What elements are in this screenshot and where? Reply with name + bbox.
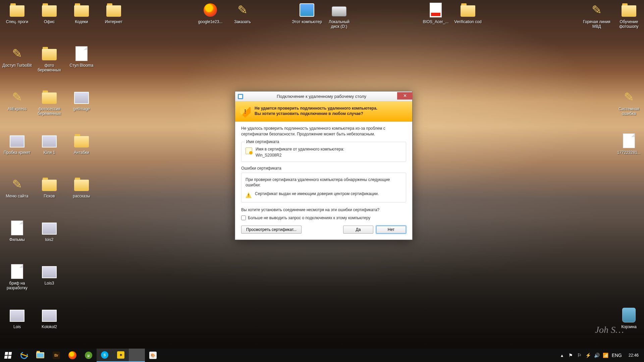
taskbar-bridge[interactable]: Br [48, 349, 64, 362]
tray-action-center-icon[interactable]: ⚐ [577, 353, 582, 358]
ie-icon [19, 351, 29, 360]
desktop-icon-label: фото беременных [34, 63, 65, 72]
desktop-icon[interactable]: Фильмы [1, 220, 33, 242]
desktop-icon-label: фотосессия беременных [34, 107, 65, 116]
yes-button[interactable]: Да [343, 226, 373, 234]
folder-icon [42, 93, 57, 104]
desktop-icon[interactable]: getImage [66, 89, 97, 111]
desktop-icon[interactable]: бриф на разработку [1, 263, 33, 290]
desktop-icon-label: Verification cod [452, 19, 484, 24]
taskbar-skype[interactable]: S [97, 349, 113, 362]
tray-security-icon[interactable]: ⚑ [568, 353, 574, 358]
certificate-name-group: Имя сертификата Имя в сертификате от уда… [241, 142, 406, 162]
desktop-icon-label: Системная ошибка [613, 107, 644, 116]
desktop-icon[interactable]: рассказы [66, 176, 97, 198]
taskbar-ie[interactable] [16, 349, 32, 362]
certificate-errors-header: Ошибки сертификата [241, 166, 406, 171]
dont-ask-again-checkbox[interactable]: Больше не выводить запрос о подключениях… [241, 216, 406, 220]
certificate-group-legend: Имя сертификата [245, 139, 281, 144]
dialog-title: Подключение к удаленному рабочему столу [246, 94, 397, 99]
desktop-icon[interactable]: Кодеки [66, 2, 97, 24]
desktop-icon-label: бриф на разработку [1, 281, 33, 290]
desktop-icon[interactable]: Стул Blooma [66, 46, 97, 68]
rdp-certificate-warning-dialog: Подключение к удаленному рабочему столу … [235, 91, 413, 240]
desktop-icon-label: Обучение фотошопу [613, 19, 644, 29]
desktop-icon[interactable]: Локальный диск (D:) [323, 2, 355, 29]
view-certificate-button[interactable]: Просмотреть сертификат... [241, 226, 302, 234]
desktop-icon[interactable]: фотосессия беременных [34, 89, 65, 116]
img-icon [74, 92, 89, 104]
tray-network-icon[interactable]: 📶 [603, 353, 608, 358]
tray-power-icon[interactable]: ⚡ [586, 353, 591, 358]
desktop-icon[interactable]: Verification cod [452, 2, 484, 24]
desktop-icon-label: lois2 [34, 237, 65, 242]
desktop-icon-label: Интернет [98, 19, 129, 24]
desktop-icon[interactable]: Lois [1, 307, 33, 329]
desktop-icon[interactable]: Пробка крикет [1, 133, 33, 155]
desktop-icon[interactable]: Обучение фотошопу [613, 2, 644, 29]
dialog-intro-text: Не удалось проверить подлинность удаленн… [241, 126, 406, 137]
desktop-icon-label: Этот компьютер [291, 19, 323, 24]
close-button[interactable]: ✕ [397, 92, 413, 100]
tray-show-hidden-icon[interactable]: ▴ [559, 353, 565, 358]
desktop-icon[interactable]: Lois3 [34, 263, 65, 286]
folder-icon [74, 136, 89, 147]
tray-volume-icon[interactable]: 🔊 [594, 353, 600, 358]
desktop-icon-label: Заказать [227, 19, 258, 24]
desktop-icon[interactable]: ✎AliExpress [1, 89, 33, 111]
warning-icon [246, 192, 252, 198]
desktop-icon[interactable]: фото беременных [34, 46, 65, 72]
desktop-icon[interactable]: ✎Горячая линия МВД [581, 2, 612, 29]
img-icon [10, 310, 24, 322]
desktop-icon-label: Корзина [613, 324, 644, 329]
folder-icon [74, 180, 89, 191]
desktop-icon[interactable]: Спец. проги [1, 2, 33, 24]
desktop-icon[interactable]: Корзина [613, 307, 644, 329]
taskbar: Br µ S ✦ 🎨 ▴ ⚑ ⚐ ⚡ 🔊 📶 ENG 22:46 [0, 349, 644, 362]
desktop-icon[interactable]: Псков [34, 176, 65, 198]
desktop-icon[interactable]: Kolokol2 [34, 307, 65, 329]
desktop-icon-label: Локальный диск (D:) [323, 19, 355, 29]
ff-icon [204, 3, 217, 17]
desktop-icon-label: AliExpress [1, 107, 33, 111]
rdp-icon [133, 352, 140, 358]
dialog-titlebar[interactable]: Подключение к удаленному рабочему столу … [235, 92, 412, 102]
desktop-icon[interactable]: 177223281... [613, 133, 644, 155]
system-tray: ▴ ⚑ ⚐ ⚡ 🔊 📶 ENG 22:46 [559, 349, 644, 362]
desktop-icon[interactable]: ✎Меню сайта [1, 176, 33, 198]
desktop-icon-label: getImage [66, 107, 97, 111]
desktop-icon[interactable]: BIOS_Acer_... [420, 2, 451, 24]
folder-icon [42, 5, 57, 17]
no-button[interactable]: Нет [376, 226, 406, 234]
note-icon: ✎ [12, 47, 22, 61]
taskbar-app-yellow[interactable]: ✦ [113, 349, 129, 362]
desktop-icon[interactable]: ✎Системная ошибка [613, 89, 644, 116]
taskbar-rdp[interactable] [129, 349, 145, 362]
desktop-icon[interactable]: lois2 [34, 220, 65, 242]
tray-language[interactable]: ENG [612, 353, 622, 358]
taskbar-clock[interactable]: 22:46 [625, 353, 642, 358]
desktop-icon[interactable]: google1e23... [195, 2, 226, 24]
desktop-icon[interactable]: Офис [34, 2, 65, 24]
taskbar-paint[interactable]: 🎨 [145, 349, 161, 362]
desktop-icon[interactable]: Интернет [98, 2, 129, 24]
drive-icon [332, 6, 346, 16]
start-button[interactable] [0, 349, 16, 362]
dialog-question: Вы хотите установить соединение несмотря… [241, 207, 406, 213]
desktop-icon[interactable]: Юля 1 [34, 133, 65, 155]
dont-ask-again-input[interactable] [241, 216, 246, 220]
taskbar-explorer[interactable] [32, 349, 48, 362]
img-icon [42, 223, 57, 235]
desktop-icon-label: Фильмы [1, 237, 33, 242]
windows-logo-icon [4, 352, 12, 359]
taskbar-utorrent[interactable]: µ [80, 349, 97, 362]
file-icon [623, 133, 635, 148]
folder-icon [42, 180, 57, 191]
certificate-error-item: Сертификат выдан не имеющим доверия цент… [255, 191, 379, 196]
desktop-icon[interactable]: ✎Доступ TurboBit [1, 46, 33, 68]
desktop-icon-label: Пробка крикет [1, 150, 33, 155]
taskbar-firefox[interactable] [64, 349, 80, 362]
desktop-icon[interactable]: ✎Заказать [227, 2, 258, 24]
desktop-icon[interactable]: Антабки [66, 133, 97, 155]
desktop-icon[interactable]: Этот компьютер [291, 2, 323, 24]
